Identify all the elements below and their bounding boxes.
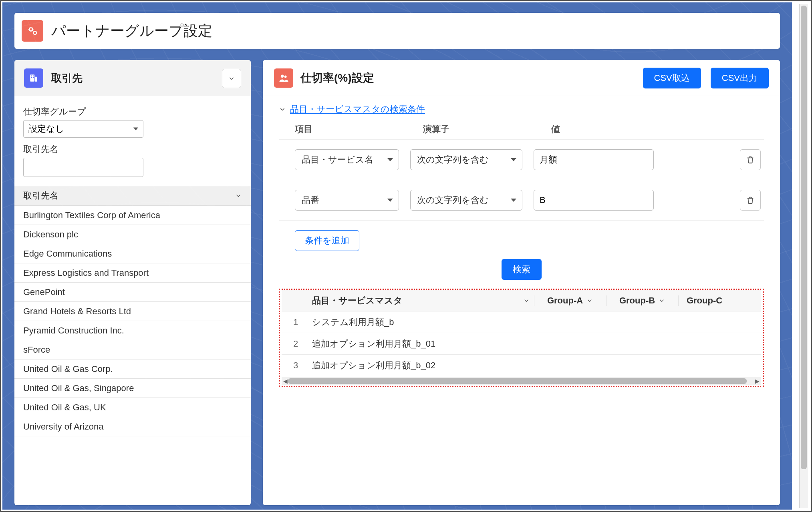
- list-item[interactable]: sForce: [14, 340, 251, 359]
- table-row[interactable]: 1 システム利用月額_b: [282, 311, 761, 333]
- row-master-name: 追加オプション利用月額_b_01: [310, 338, 761, 350]
- results-header-group[interactable]: Group-B: [606, 295, 678, 306]
- rate-panel: 仕切率(%)設定 CSV取込 CSV出力 品目・サービスマスタの検索条件 項目 …: [263, 60, 780, 505]
- condition-operator-select[interactable]: 次の文字列を含む: [410, 149, 522, 170]
- row-master-name: システム利用月額_b: [310, 316, 761, 328]
- svg-rect-4: [31, 76, 32, 76]
- trash-icon: [746, 155, 755, 164]
- accounts-menu-button[interactable]: [222, 69, 241, 88]
- list-item[interactable]: Edge Communications: [14, 244, 251, 263]
- condition-operator-select[interactable]: 次の文字列を含む: [410, 190, 522, 211]
- row-number: 3: [282, 360, 310, 371]
- list-item[interactable]: Burlington Textiles Corp of America: [14, 206, 251, 225]
- svg-point-8: [281, 74, 284, 77]
- list-item[interactable]: Grand Hotels & Resorts Ltd: [14, 302, 251, 321]
- condition-row: 品番 次の文字列を含む: [279, 180, 764, 221]
- list-item[interactable]: United Oil & Gas, Singapore: [14, 379, 251, 398]
- condition-row: 品目・サービス名 次の文字列を含む: [279, 140, 764, 180]
- scroll-right-icon: ▶: [755, 378, 760, 384]
- name-filter-input[interactable]: [23, 158, 143, 177]
- svg-rect-6: [31, 77, 32, 78]
- condition-value-input[interactable]: [534, 149, 654, 170]
- svg-point-0: [29, 28, 32, 31]
- row-number: 2: [282, 339, 310, 349]
- name-filter-label: 取引先名: [23, 143, 242, 155]
- svg-rect-2: [30, 74, 34, 81]
- cond-header-operator: 演算子: [423, 123, 551, 135]
- chevron-down-icon: [279, 106, 286, 113]
- list-item[interactable]: Dickenson plc: [14, 225, 251, 244]
- rate-title: 仕切率(%)設定: [300, 70, 374, 86]
- account-list-header[interactable]: 取引先名: [14, 186, 251, 206]
- table-row[interactable]: 3 追加オプション利用月額_b_02: [282, 355, 761, 376]
- csv-import-button[interactable]: CSV取込: [643, 68, 701, 88]
- window-v-scrollbar[interactable]: [799, 4, 808, 508]
- condition-item-select[interactable]: 品目・サービス名: [295, 149, 399, 170]
- account-list-header-label: 取引先名: [23, 190, 58, 202]
- svg-rect-7: [33, 77, 34, 78]
- search-conditions-toggle[interactable]: 品目・サービスマスタの検索条件: [290, 103, 425, 115]
- chevron-down-icon: [586, 297, 593, 304]
- chevron-down-icon: [235, 192, 242, 199]
- building-icon: [24, 68, 43, 88]
- svg-point-9: [284, 75, 287, 78]
- chevron-down-icon: [658, 297, 665, 304]
- trash-icon: [746, 196, 755, 205]
- condition-value-input[interactable]: [534, 190, 654, 211]
- scrollbar-thumb[interactable]: [801, 6, 807, 469]
- results-header-master[interactable]: 品目・サービスマスタ: [310, 295, 534, 307]
- list-item[interactable]: Express Logistics and Transport: [14, 263, 251, 283]
- scroll-left-icon: ◀: [283, 378, 288, 384]
- group-filter-label: 仕切率グループ: [23, 106, 242, 118]
- group-filter-value: 設定なし: [28, 123, 64, 135]
- list-item[interactable]: Pyramid Construction Inc.: [14, 321, 251, 340]
- accounts-title: 取引先: [51, 71, 83, 85]
- svg-rect-3: [35, 77, 37, 82]
- results-h-scrollbar[interactable]: ◀ ▶: [282, 377, 761, 385]
- row-number: 1: [282, 317, 310, 327]
- rate-panel-header: 仕切率(%)設定 CSV取込 CSV出力: [263, 60, 780, 96]
- list-item[interactable]: United Oil & Gas, UK: [14, 398, 251, 417]
- cond-header-value: 値: [551, 123, 671, 135]
- group-filter-select[interactable]: 設定なし: [23, 120, 143, 138]
- delete-condition-button[interactable]: [740, 149, 761, 170]
- csv-export-button[interactable]: CSV出力: [711, 68, 769, 88]
- account-list: Burlington Textiles Corp of America Dick…: [14, 206, 251, 436]
- add-condition-button[interactable]: 条件を追加: [295, 230, 359, 251]
- condition-header: 項目 演算子 値: [279, 119, 764, 140]
- list-item[interactable]: GenePoint: [14, 283, 251, 302]
- delete-condition-button[interactable]: [740, 190, 761, 211]
- scrollbar-thumb[interactable]: [288, 378, 747, 384]
- table-row[interactable]: 2 追加オプション利用月額_b_01: [282, 333, 761, 355]
- page-header: パートナーグループ設定: [14, 13, 780, 49]
- results-table: 品目・サービスマスタ Group-A Group-B: [279, 289, 764, 387]
- users-icon: [274, 68, 293, 88]
- row-master-name: 追加オプション利用月額_b_02: [310, 359, 761, 371]
- chevron-down-icon: [523, 297, 530, 304]
- page-title: パートナーグループ設定: [51, 21, 212, 41]
- list-item[interactable]: United Oil & Gas Corp.: [14, 359, 251, 379]
- condition-item-select[interactable]: 品番: [295, 190, 399, 211]
- results-header-row: 品目・サービスマスタ Group-A Group-B: [282, 290, 761, 311]
- svg-rect-5: [33, 76, 34, 76]
- accounts-panel: 取引先 仕切率グループ 設定なし 取引先名 取引先名: [14, 60, 251, 505]
- svg-point-1: [33, 31, 36, 34]
- accounts-panel-header: 取引先: [14, 60, 251, 96]
- cond-header-item: 項目: [295, 123, 423, 135]
- gear-icon: [22, 20, 43, 42]
- list-item[interactable]: University of Arizona: [14, 417, 251, 436]
- results-header-group[interactable]: Group-A: [534, 295, 606, 306]
- search-button[interactable]: 検索: [502, 259, 542, 280]
- results-header-group[interactable]: Group-C: [678, 295, 730, 306]
